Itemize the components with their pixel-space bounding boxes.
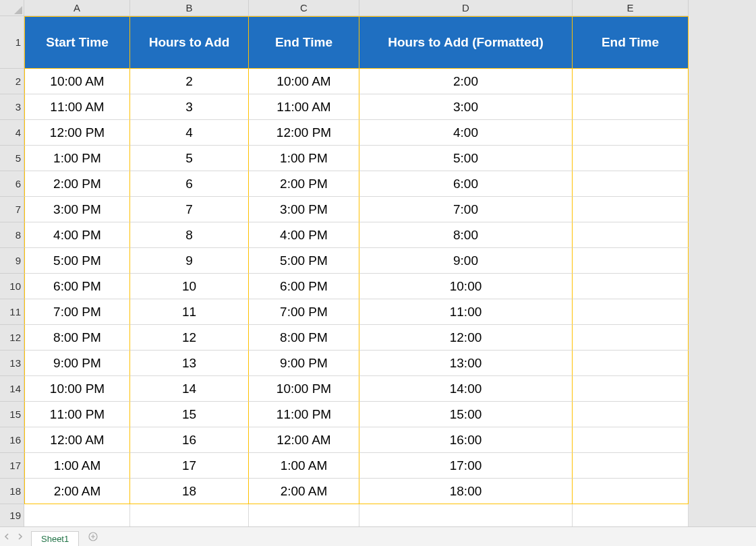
cell-A10[interactable]: 6:00 PM (24, 274, 130, 299)
tab-nav-next[interactable] (13, 527, 27, 546)
row-header-17[interactable]: 17 (0, 453, 24, 479)
row-header-7[interactable]: 7 (0, 197, 24, 222)
cell-A1[interactable]: Start Time (24, 16, 130, 69)
column-header-A[interactable]: A (24, 0, 130, 16)
column-header-E[interactable]: E (573, 0, 689, 16)
cell-C10[interactable]: 6:00 PM (249, 274, 359, 299)
cell-B17[interactable]: 17 (130, 453, 249, 479)
cell-D7[interactable]: 7:00 (359, 197, 573, 222)
row-header-14[interactable]: 14 (0, 376, 24, 402)
row-header-13[interactable]: 13 (0, 351, 24, 376)
cell-D17[interactable]: 17:00 (359, 453, 573, 479)
row-header-16[interactable]: 16 (0, 427, 24, 453)
cell-A9[interactable]: 5:00 PM (24, 248, 130, 274)
cell-E9[interactable] (573, 248, 689, 274)
row-header-3[interactable]: 3 (0, 94, 24, 120)
row-header-6[interactable]: 6 (0, 171, 24, 197)
cell-E5[interactable] (573, 146, 689, 171)
cell-C9[interactable]: 5:00 PM (249, 248, 359, 274)
cell-B19[interactable] (130, 504, 249, 527)
cell-E19[interactable] (573, 504, 689, 527)
cell-B14[interactable]: 14 (130, 376, 249, 402)
row-header-9[interactable]: 9 (0, 248, 24, 274)
cell-B15[interactable]: 15 (130, 402, 249, 427)
cell-B9[interactable]: 9 (130, 248, 249, 274)
cell-A17[interactable]: 1:00 AM (24, 453, 130, 479)
cell-C3[interactable]: 11:00 AM (249, 94, 359, 120)
cell-A18[interactable]: 2:00 AM (24, 479, 130, 504)
row-header-2[interactable]: 2 (0, 69, 24, 94)
cell-E6[interactable] (573, 171, 689, 197)
cell-B12[interactable]: 12 (130, 325, 249, 351)
cell-D2[interactable]: 2:00 (359, 69, 573, 94)
cell-B13[interactable]: 13 (130, 351, 249, 376)
cell-E7[interactable] (573, 197, 689, 222)
cell-A19[interactable] (24, 504, 130, 527)
cell-D15[interactable]: 15:00 (359, 402, 573, 427)
cell-C12[interactable]: 8:00 PM (249, 325, 359, 351)
cell-E3[interactable] (573, 94, 689, 120)
column-header-B[interactable]: B (130, 0, 249, 16)
row-header-4[interactable]: 4 (0, 120, 24, 146)
column-header-D[interactable]: D (359, 0, 573, 16)
row-header-12[interactable]: 12 (0, 325, 24, 351)
cell-C13[interactable]: 9:00 PM (249, 351, 359, 376)
cell-D18[interactable]: 18:00 (359, 479, 573, 504)
cell-B5[interactable]: 5 (130, 146, 249, 171)
row-header-11[interactable]: 11 (0, 299, 24, 325)
cell-E8[interactable] (573, 222, 689, 248)
cell-D9[interactable]: 9:00 (359, 248, 573, 274)
cell-B1[interactable]: Hours to Add (130, 16, 249, 69)
cell-D1[interactable]: Hours to Add (Formatted) (359, 16, 573, 69)
cell-A4[interactable]: 12:00 PM (24, 120, 130, 146)
cell-D16[interactable]: 16:00 (359, 427, 573, 453)
cell-A12[interactable]: 8:00 PM (24, 325, 130, 351)
cell-D12[interactable]: 12:00 (359, 325, 573, 351)
cell-D11[interactable]: 11:00 (359, 299, 573, 325)
cell-A8[interactable]: 4:00 PM (24, 222, 130, 248)
cell-C16[interactable]: 12:00 AM (249, 427, 359, 453)
cell-D14[interactable]: 14:00 (359, 376, 573, 402)
cell-C19[interactable] (249, 504, 359, 527)
cell-B10[interactable]: 10 (130, 274, 249, 299)
cell-D5[interactable]: 5:00 (359, 146, 573, 171)
cell-B6[interactable]: 6 (130, 171, 249, 197)
cell-B3[interactable]: 3 (130, 94, 249, 120)
row-header-15[interactable]: 15 (0, 402, 24, 427)
cell-E13[interactable] (573, 351, 689, 376)
cell-A15[interactable]: 11:00 PM (24, 402, 130, 427)
row-header-10[interactable]: 10 (0, 274, 24, 299)
cell-E16[interactable] (573, 427, 689, 453)
cell-C5[interactable]: 1:00 PM (249, 146, 359, 171)
cell-D10[interactable]: 10:00 (359, 274, 573, 299)
row-header-18[interactable]: 18 (0, 479, 24, 504)
cell-C11[interactable]: 7:00 PM (249, 299, 359, 325)
row-header-1[interactable]: 1 (0, 16, 24, 69)
new-sheet-button[interactable] (84, 528, 102, 545)
cell-A2[interactable]: 10:00 AM (24, 69, 130, 94)
cell-A3[interactable]: 11:00 AM (24, 94, 130, 120)
row-header-19[interactable]: 19 (0, 504, 24, 527)
cell-B8[interactable]: 8 (130, 222, 249, 248)
cell-B7[interactable]: 7 (130, 197, 249, 222)
cell-B2[interactable]: 2 (130, 69, 249, 94)
cell-D13[interactable]: 13:00 (359, 351, 573, 376)
cell-A7[interactable]: 3:00 PM (24, 197, 130, 222)
cell-B11[interactable]: 11 (130, 299, 249, 325)
cell-C18[interactable]: 2:00 AM (249, 479, 359, 504)
cell-D19[interactable] (359, 504, 573, 527)
cell-E12[interactable] (573, 325, 689, 351)
sheet-tab-active[interactable]: Sheet1 (31, 531, 79, 547)
cell-C6[interactable]: 2:00 PM (249, 171, 359, 197)
column-header-C[interactable]: C (249, 0, 359, 16)
cell-C8[interactable]: 4:00 PM (249, 222, 359, 248)
cell-C1[interactable]: End Time (249, 16, 359, 69)
cell-A16[interactable]: 12:00 AM (24, 427, 130, 453)
cell-E2[interactable] (573, 69, 689, 94)
row-header-5[interactable]: 5 (0, 146, 24, 171)
cell-B4[interactable]: 4 (130, 120, 249, 146)
row-header-8[interactable]: 8 (0, 222, 24, 248)
cell-A11[interactable]: 7:00 PM (24, 299, 130, 325)
cell-E14[interactable] (573, 376, 689, 402)
cell-E4[interactable] (573, 120, 689, 146)
